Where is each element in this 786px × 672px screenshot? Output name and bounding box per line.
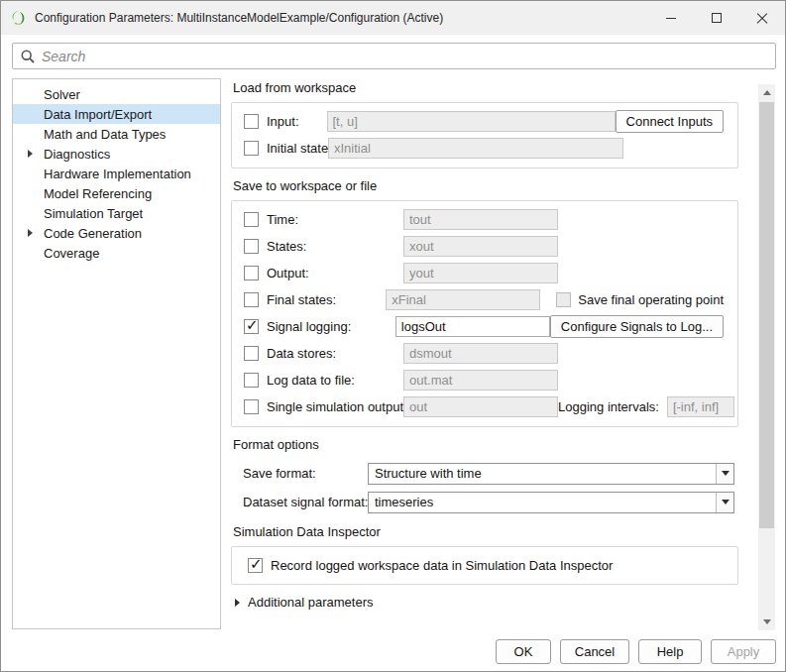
- initial-state-row: Initial state:: [232, 135, 737, 162]
- sidebar-item-label: Coverage: [44, 246, 99, 261]
- chevron-up-icon: [763, 90, 771, 95]
- section-title-save-to-workspace: Save to workspace or file: [233, 178, 756, 195]
- output-checkbox[interactable]: [244, 266, 259, 280]
- configure-signals-button[interactable]: Configure Signals to Log...: [550, 315, 724, 338]
- section-title-simulation-data-inspector: Simulation Data Inspector: [233, 524, 756, 541]
- configuration-parameters-dialog: Configuration Parameters: MultiInstanceM…: [0, 0, 786, 672]
- vertical-scrollbar[interactable]: [758, 84, 775, 630]
- dropdown-arrow-button[interactable]: [716, 464, 733, 484]
- final-states-label: Final states:: [267, 292, 386, 307]
- log-data-to-file-row: Log data to file:: [232, 367, 737, 393]
- final-states-checkbox[interactable]: [244, 292, 259, 307]
- expand-arrow-icon[interactable]: [28, 229, 33, 237]
- sidebar-item-solver[interactable]: Solver: [13, 84, 220, 104]
- sidebar-item-label: Diagnostics: [44, 147, 110, 162]
- minimize-button[interactable]: [648, 1, 694, 35]
- record-logged-data-row: Record logged workspace data in Simulati…: [232, 552, 737, 578]
- sidebar-item-math-and-data-types[interactable]: Math and Data Types: [13, 124, 220, 144]
- section-title-format-options: Format options: [233, 437, 756, 454]
- search-bar: [12, 43, 776, 69]
- save-final-operating-point-checkbox: [556, 292, 571, 307]
- input-field: [327, 111, 616, 132]
- input-label: Input:: [267, 114, 327, 129]
- sidebar-item-label: Code Generation: [44, 226, 142, 241]
- scroll-down-button[interactable]: [758, 614, 775, 630]
- sidebar-item-code-generation[interactable]: Code Generation: [13, 223, 220, 243]
- sidebar-item-label: Hardware Implementation: [44, 167, 191, 181]
- close-button[interactable]: [739, 1, 785, 35]
- initial-state-label: Initial state:: [267, 141, 328, 156]
- time-label: Time:: [267, 212, 403, 227]
- sidebar-item-coverage[interactable]: Coverage: [13, 243, 220, 263]
- dropdown-arrow-button[interactable]: [716, 493, 733, 512]
- maximize-button[interactable]: [694, 1, 739, 35]
- sidebar-item-hardware-implementation[interactable]: Hardware Implementation: [13, 164, 220, 183]
- sidebar-item-model-referencing[interactable]: Model Referencing: [13, 183, 220, 203]
- cancel-button[interactable]: Cancel: [560, 639, 629, 664]
- record-logged-data-label: Record logged workspace data in Simulati…: [271, 558, 613, 573]
- additional-parameters[interactable]: Additional parameters: [235, 595, 756, 610]
- single-simulation-output-label: Single simulation output:: [267, 399, 403, 414]
- signal-logging-label: Signal logging:: [267, 319, 395, 334]
- signal-logging-checkbox[interactable]: [244, 319, 259, 334]
- data-stores-row: Data stores:: [232, 340, 737, 367]
- save-format-label: Save format:: [243, 466, 368, 481]
- sidebar-item-data-import-export[interactable]: Data Import/Export: [13, 104, 220, 124]
- chevron-down-icon: [763, 619, 771, 624]
- output-row: Output:: [232, 260, 737, 286]
- sidebar-item-label: Math and Data Types: [44, 127, 166, 142]
- save-format-dropdown[interactable]: Structure with time: [368, 463, 734, 485]
- input-row: Input: Connect Inputs: [232, 108, 737, 135]
- dataset-signal-format-row: Dataset signal format: timeseries: [231, 488, 756, 516]
- sidebar-item-label: Simulation Target: [44, 206, 143, 221]
- states-checkbox[interactable]: [244, 239, 259, 254]
- search-input[interactable]: [42, 44, 775, 68]
- log-data-to-file-checkbox[interactable]: [244, 373, 259, 388]
- dialog-buttons: OK Cancel Help Apply: [496, 639, 776, 664]
- logging-intervals-field: [667, 396, 734, 417]
- save-final-operating-point: Save final operating point: [556, 292, 724, 307]
- dataset-signal-format-label: Dataset signal format:: [243, 495, 368, 509]
- output-label: Output:: [267, 266, 403, 280]
- titlebar: Configuration Parameters: MultiInstanceM…: [1, 1, 785, 35]
- data-stores-checkbox[interactable]: [244, 346, 259, 361]
- initial-state-field: [328, 138, 623, 159]
- dataset-signal-format-value: timeseries: [369, 495, 716, 509]
- window-controls: [648, 1, 785, 35]
- record-logged-data-checkbox[interactable]: [248, 558, 263, 573]
- expand-arrow-icon[interactable]: [28, 150, 33, 158]
- sidebar-item-diagnostics[interactable]: Diagnostics: [13, 144, 220, 164]
- help-button[interactable]: Help: [638, 639, 702, 664]
- signal-logging-field[interactable]: [395, 316, 550, 337]
- logging-intervals: Logging intervals:: [558, 396, 734, 417]
- states-row: States:: [232, 233, 737, 260]
- log-data-to-file-field: [403, 370, 558, 391]
- time-checkbox[interactable]: [244, 212, 259, 227]
- dataset-signal-format-dropdown[interactable]: timeseries: [368, 492, 734, 513]
- data-stores-field: [403, 343, 558, 364]
- simulink-icon: [11, 10, 27, 26]
- scroll-up-button[interactable]: [758, 84, 775, 101]
- states-field: [403, 236, 558, 257]
- apply-button: Apply: [711, 639, 776, 664]
- chevron-down-icon: [722, 500, 730, 504]
- time-row: Time:: [232, 206, 737, 233]
- ok-button[interactable]: OK: [496, 639, 551, 664]
- maximize-icon: [712, 13, 722, 23]
- input-checkbox[interactable]: [244, 114, 259, 129]
- scrollbar-thumb[interactable]: [759, 102, 774, 528]
- sidebar-item-label: Model Referencing: [44, 186, 152, 201]
- additional-parameters-label: Additional parameters: [248, 595, 373, 610]
- window-title: Configuration Parameters: MultiInstanceM…: [35, 11, 443, 25]
- log-data-to-file-label: Log data to file:: [267, 373, 403, 388]
- single-simulation-output-checkbox[interactable]: [244, 399, 259, 414]
- signal-logging-row: Signal logging: Configure Signals to Log…: [232, 313, 737, 340]
- initial-state-checkbox[interactable]: [244, 141, 259, 156]
- logging-intervals-label: Logging intervals:: [558, 399, 659, 414]
- section-title-load-from-workspace: Load from workspace: [233, 80, 756, 97]
- sidebar-item-simulation-target[interactable]: Simulation Target: [13, 203, 220, 223]
- save-final-operating-point-label: Save final operating point: [578, 292, 724, 307]
- simulation-data-inspector-group: Record logged workspace data in Simulati…: [231, 546, 738, 585]
- output-field: [403, 263, 558, 283]
- connect-inputs-button[interactable]: Connect Inputs: [616, 110, 724, 133]
